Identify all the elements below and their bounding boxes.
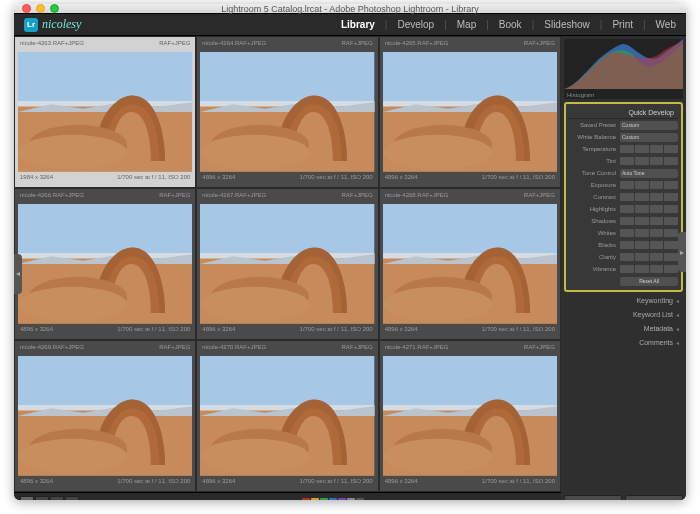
white-balance-label: White Balance <box>569 134 620 140</box>
vibrance-label: Vibrance <box>569 266 620 272</box>
thumb-dims: 4896 x 3264 <box>20 326 53 336</box>
thumbnail-cell[interactable]: nicole-4265.RAF+JPEGRAF+JPEG 4896 x 3264… <box>379 36 561 188</box>
thumbnail-cell[interactable]: nicole-4269.RAF+JPEGRAF+JPEG 4896 x 3264… <box>14 340 196 492</box>
module-print[interactable]: Print <box>612 17 633 32</box>
highlights-stepper[interactable] <box>620 205 678 213</box>
quick-develop-title[interactable]: Quick Develop <box>569 107 678 119</box>
thumb-format: RAF+JPEG <box>341 192 372 202</box>
svg-point-11 <box>200 135 309 170</box>
thumbnail-cell[interactable]: nicole-4271.RAF+JPEGRAF+JPEG 4896 x 3264… <box>379 340 561 492</box>
saved-preset-select[interactable]: Custom <box>620 121 678 130</box>
contrast-label: Contrast <box>569 194 620 200</box>
tint-stepper[interactable] <box>620 157 678 165</box>
thumb-format: RAF+JPEG <box>341 40 372 50</box>
module-library[interactable]: Library <box>341 17 375 32</box>
loupe-view-icon[interactable] <box>35 496 49 500</box>
sort-value[interactable]: Capture Time <box>106 499 148 500</box>
view-mode-switch[interactable] <box>20 496 79 500</box>
survey-view-icon[interactable] <box>65 496 79 500</box>
thumb-format: RAF+JPEG <box>159 344 190 354</box>
blacks-stepper[interactable] <box>620 241 678 249</box>
color-label-swatch[interactable] <box>320 498 328 500</box>
clarity-stepper[interactable] <box>620 253 678 261</box>
grid-view-icon[interactable] <box>20 496 34 500</box>
comments-panel-header[interactable]: Comments <box>564 337 683 348</box>
thumb-image[interactable] <box>383 52 557 172</box>
thumb-format: RAF+JPEG <box>159 192 190 202</box>
contrast-stepper[interactable] <box>620 193 678 201</box>
thumb-filename: nicole-4268.RAF+JPEG <box>385 192 449 202</box>
module-develop[interactable]: Develop <box>397 17 434 32</box>
thumbnail-cell[interactable]: nicole-4263.RAF+JPEGRAF+JPEG 1984 x 3264… <box>14 36 196 188</box>
reset-all-button[interactable]: Reset All <box>620 277 678 286</box>
thumb-dims: 1984 x 3264 <box>20 174 53 184</box>
thumbnail-cell[interactable]: nicole-4266.RAF+JPEGRAF+JPEG 4896 x 3264… <box>14 188 196 340</box>
tone-control-button[interactable]: Auto Tone <box>620 169 678 178</box>
color-label-swatch[interactable] <box>338 498 346 500</box>
topbar: Lr nicolesy Library|Develop|Map|Book|Sli… <box>14 14 686 36</box>
temperature-stepper[interactable] <box>620 145 678 153</box>
thumb-exif: 1/700 sec at f / 11, ISO 200 <box>300 478 373 488</box>
thumb-image[interactable] <box>200 52 374 172</box>
thumb-image[interactable] <box>18 204 192 324</box>
white-balance-select[interactable]: Custom <box>620 133 678 142</box>
module-slideshow[interactable]: Slideshow <box>544 17 590 32</box>
thumb-image[interactable] <box>200 204 374 324</box>
thumbnail-cell[interactable]: nicole-4264.RAF+JPEGRAF+JPEG 4896 x 3264… <box>196 36 378 188</box>
main-body: ◂ nicole-4263.RAF+JPEGRAF+JPEG 1984 x 32… <box>14 36 686 500</box>
whites-label: Whites <box>569 230 620 236</box>
thumbnail-cell[interactable]: nicole-4267.RAF+JPEGRAF+JPEG 4896 x 3264… <box>196 188 378 340</box>
metadata-panel-header[interactable]: Metadata <box>564 323 683 334</box>
titlebar[interactable]: Lightroom 5 Catalog.lrcat - Adobe Photos… <box>14 4 686 13</box>
color-label-swatch[interactable] <box>329 498 337 500</box>
compare-view-icon[interactable] <box>50 496 64 500</box>
thumb-image[interactable] <box>200 356 374 476</box>
thumbnail-cell[interactable]: nicole-4270.RAF+JPEGRAF+JPEG 4896 x 3264… <box>196 340 378 492</box>
lightroom-badge-icon: Lr <box>24 18 38 32</box>
sync-settings-button[interactable]: Sync Settings <box>625 495 683 500</box>
sync-buttons: Sync Metadata Sync Settings <box>564 495 683 500</box>
vibrance-stepper[interactable] <box>620 265 678 273</box>
app-window: Lightroom 5 Catalog.lrcat - Adobe Photos… <box>14 4 686 500</box>
thumb-format: RAF+JPEG <box>159 40 190 50</box>
thumb-image[interactable] <box>383 204 557 324</box>
shadows-stepper[interactable] <box>620 217 678 225</box>
whites-stepper[interactable] <box>620 229 678 237</box>
svg-point-41 <box>18 438 127 473</box>
color-label-swatch[interactable] <box>356 498 364 500</box>
thumbnail-cell[interactable]: nicole-4268.RAF+JPEGRAF+JPEG 4896 x 3264… <box>379 188 561 340</box>
app-chrome: Lr nicolesy Library|Develop|Map|Book|Sli… <box>14 13 686 500</box>
keyword-list-panel-header[interactable]: Keyword List <box>564 309 683 320</box>
thumb-filename: nicole-4269.RAF+JPEG <box>20 344 84 354</box>
thumb-exif: 1/700 sec at f / 11, ISO 200 <box>117 174 190 184</box>
color-label-swatch[interactable] <box>302 498 310 500</box>
module-web[interactable]: Web <box>656 17 676 32</box>
tint-label: Tint <box>569 158 620 164</box>
toolbar: Sort: Capture Time Thumbnails <box>14 492 561 500</box>
color-label-swatch[interactable] <box>311 498 319 500</box>
identity-plate[interactable]: Lr nicolesy <box>24 17 81 32</box>
thumb-dims: 4896 x 3264 <box>202 174 235 184</box>
thumb-exif: 1/700 sec at f / 11, ISO 200 <box>482 326 555 336</box>
thumb-image[interactable] <box>18 356 192 476</box>
thumb-image[interactable] <box>383 356 557 476</box>
thumb-filename: nicole-4270.RAF+JPEG <box>202 344 266 354</box>
tone-control-label: Tone Control <box>569 170 620 176</box>
svg-point-47 <box>200 438 309 473</box>
exposure-stepper[interactable] <box>620 181 678 189</box>
thumb-filename: nicole-4266.RAF+JPEG <box>20 192 84 202</box>
right-panel-toggle[interactable]: ▸ <box>678 232 686 272</box>
thumb-dims: 4896 x 3264 <box>20 478 53 488</box>
module-map[interactable]: Map <box>457 17 476 32</box>
thumb-format: RAF+JPEG <box>524 40 555 50</box>
left-panel-toggle[interactable]: ◂ <box>14 254 22 294</box>
histogram-panel[interactable]: Histogram <box>564 39 683 99</box>
sync-metadata-button[interactable]: Sync Metadata <box>564 495 622 500</box>
color-label-swatch[interactable] <box>347 498 355 500</box>
module-book[interactable]: Book <box>499 17 522 32</box>
thumb-image[interactable] <box>18 52 192 172</box>
exposure-label: Exposure <box>569 182 620 188</box>
keywording-panel-header[interactable]: Keywording <box>564 295 683 306</box>
highlights-label: Highlights <box>569 206 620 212</box>
blacks-label: Blacks <box>569 242 620 248</box>
